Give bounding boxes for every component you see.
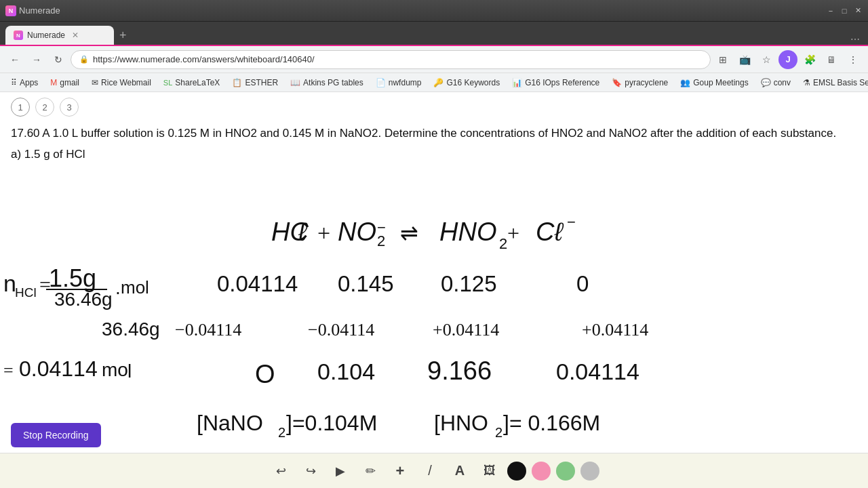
tab-close-icon[interactable]: ✕ xyxy=(72,30,79,40)
menu-icon[interactable]: ⋮ xyxy=(844,50,863,69)
handwritten-content: HC ℓ + NO − 2 ⇌ HNO 2 + Cℓ − n HCl = xyxy=(0,186,841,453)
svg-text:0.104: 0.104 xyxy=(317,359,375,384)
bookmark-gmail[interactable]: M gmail xyxy=(45,77,85,89)
tab-label: Numerade xyxy=(27,30,65,40)
g16iops-icon: 📊 xyxy=(512,78,522,87)
stop-recording-button[interactable]: Stop Recording xyxy=(11,423,101,447)
svg-text:mo: mo xyxy=(102,359,128,380)
lock-icon: 🔒 xyxy=(79,55,89,64)
bookmark-g16iops[interactable]: 📊 G16 IOps Reference xyxy=(507,77,605,89)
svg-text:2: 2 xyxy=(499,235,507,252)
redo-button[interactable]: ↪ xyxy=(298,459,323,483)
bookmark-sharelatex[interactable]: SL ShareLaTeX xyxy=(158,77,226,89)
add-button[interactable]: + xyxy=(388,459,412,483)
window-controls: − □ ✕ xyxy=(826,6,863,16)
svg-text:0.125: 0.125 xyxy=(441,271,497,296)
image-icon: 🖼 xyxy=(484,464,496,478)
svg-text:−0.04114: −0.04114 xyxy=(308,320,374,340)
svg-text:+: + xyxy=(317,220,330,245)
color-black-button[interactable] xyxy=(507,462,526,481)
window-title: Numerade xyxy=(19,5,60,16)
cast-icon[interactable]: 📺 xyxy=(735,50,754,69)
pyracyclene-icon: 🔖 xyxy=(612,78,622,87)
emsl-icon: ⚗ xyxy=(803,78,810,87)
image-tool-button[interactable]: 🖼 xyxy=(477,459,502,483)
profile-avatar[interactable]: J xyxy=(778,50,797,69)
svg-text:[HNO: [HNO xyxy=(434,411,488,435)
minimize-button[interactable]: − xyxy=(826,6,835,16)
svg-text:NO: NO xyxy=(338,218,376,246)
screen-icon[interactable]: 🖥 xyxy=(822,50,841,69)
step-1[interactable]: 1 xyxy=(11,98,30,117)
bookmark-apps[interactable]: ⠿ Apps xyxy=(5,77,43,89)
problem-statement: 17.60 A 1.0 L buffer solution is 0.125 M… xyxy=(11,127,836,140)
whiteboard: 17.60 A 1.0 L buffer solution is 0.125 M… xyxy=(0,122,868,453)
close-button[interactable]: ✕ xyxy=(853,6,863,16)
text-tool-button[interactable]: A xyxy=(448,459,472,483)
undo-button[interactable]: ↩ xyxy=(269,459,293,483)
color-pink-button[interactable] xyxy=(532,462,551,481)
svg-text:=: = xyxy=(3,361,14,380)
eraser-tool-button[interactable]: / xyxy=(418,459,442,483)
page-content: 1 2 3 17.60 A 1.0 L buffer solution is 0… xyxy=(0,92,868,488)
nav-bar: ← → ↻ 🔒 https://www.numerade.com/answers… xyxy=(0,46,868,73)
svg-text:1.5g: 1.5g xyxy=(49,264,96,292)
pen-tool-button[interactable]: ✏ xyxy=(358,459,382,483)
step-2[interactable]: 2 xyxy=(35,98,54,117)
sharelatex-icon: SL xyxy=(163,79,172,87)
redo-icon: ↪ xyxy=(306,464,316,479)
new-tab-button[interactable]: + xyxy=(114,26,132,45)
svg-text:−: − xyxy=(377,219,386,236)
svg-text:9.166: 9.166 xyxy=(427,357,492,385)
text-icon: A xyxy=(455,463,465,479)
settings-icon[interactable]: ⋯ xyxy=(848,34,863,45)
address-bar[interactable]: 🔒 https://www.numerade.com/answers/white… xyxy=(71,50,711,69)
webmail-icon: ✉ xyxy=(92,78,98,87)
svg-text:=: = xyxy=(39,273,51,296)
bookmark-g16kw[interactable]: 🔑 G16 Keywords xyxy=(428,77,505,89)
bookmark-nwfdump[interactable]: 📄 nwfdump xyxy=(370,77,427,89)
atkins-icon: 📖 xyxy=(290,78,300,87)
extensions-icon[interactable]: ⊞ xyxy=(713,50,732,69)
gmail-icon: M xyxy=(50,78,57,87)
color-green-button[interactable] xyxy=(556,462,575,481)
bookmark-goup[interactable]: 👥 Goup Meetings xyxy=(675,77,753,89)
svg-text:HNO: HNO xyxy=(439,218,496,246)
tab-favicon: N xyxy=(14,30,23,40)
active-tab[interactable]: N Numerade ✕ xyxy=(5,26,114,45)
undo-icon: ↩ xyxy=(276,464,286,479)
bookmark-rice-webmail[interactable]: ✉ Rice Webmail xyxy=(86,77,157,89)
svg-text:⇌: ⇌ xyxy=(400,221,418,245)
bookmark-atkins[interactable]: 📖 Atkins PG tables xyxy=(285,77,369,89)
svg-text:2: 2 xyxy=(495,425,502,440)
reload-button[interactable]: ↻ xyxy=(49,50,68,69)
bookmark-esther[interactable]: 📋 ESTHER xyxy=(226,77,283,89)
extension-puzzle-icon[interactable]: 🧩 xyxy=(800,50,819,69)
g16kw-icon: 🔑 xyxy=(433,78,443,87)
pen-icon: ✏ xyxy=(366,464,376,479)
svg-text:HC: HC xyxy=(271,218,309,246)
problem-text: 17.60 A 1.0 L buffer solution is 0.125 M… xyxy=(11,125,857,142)
svg-text:36.46g: 36.46g xyxy=(102,319,160,340)
svg-text:HCl: HCl xyxy=(15,285,37,300)
select-tool-button[interactable]: ▶ xyxy=(328,459,353,483)
step-indicators: 1 2 3 xyxy=(0,92,868,122)
back-button[interactable]: ← xyxy=(5,50,24,69)
plus-icon: + xyxy=(396,462,405,480)
esther-icon: 📋 xyxy=(232,78,242,87)
step-3[interactable]: 3 xyxy=(60,98,79,117)
bookmark-pyracyclene[interactable]: 🔖 pyracyclene xyxy=(606,77,673,89)
bookmarks-bar: ⠿ Apps M gmail ✉ Rice Webmail SL ShareLa… xyxy=(0,73,868,92)
bookmark-emsl[interactable]: ⚗ EMSL Basis Set Ex... xyxy=(797,77,868,89)
svg-text:2: 2 xyxy=(278,425,285,440)
forward-button[interactable]: → xyxy=(27,50,46,69)
bookmark-conv[interactable]: 💬 conv xyxy=(755,77,796,89)
color-gray-button[interactable] xyxy=(580,462,599,481)
maximize-button[interactable]: □ xyxy=(840,6,849,16)
svg-text:ℓ: ℓ xyxy=(298,218,308,246)
svg-text:Cℓ: Cℓ xyxy=(536,218,564,246)
svg-text:]= 0.166M: ]= 0.166M xyxy=(503,411,600,435)
apps-icon: ⠿ xyxy=(11,78,17,87)
bookmark-star-icon[interactable]: ☆ xyxy=(757,50,776,69)
svg-text:+0.04114: +0.04114 xyxy=(433,320,499,340)
